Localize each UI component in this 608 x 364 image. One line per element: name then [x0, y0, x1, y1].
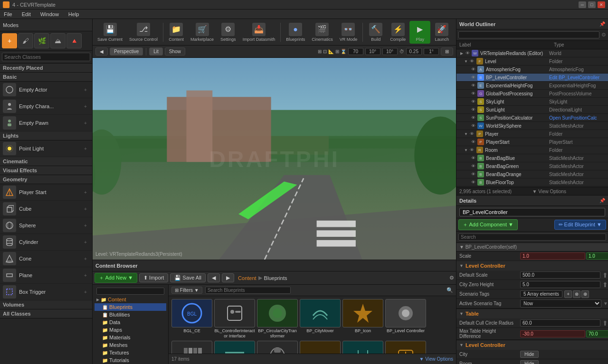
- prop-section-table-header[interactable]: ▼ Table: [456, 309, 608, 318]
- prop-array-add[interactable]: +: [564, 290, 572, 298]
- prop-table-height-x[interactable]: [520, 330, 585, 337]
- menu-edit[interactable]: Edit: [20, 10, 33, 18]
- save-current-button[interactable]: 💾 Save Current: [95, 21, 125, 44]
- outliner-search-input[interactable]: [458, 31, 599, 38]
- prop-array-dup[interactable]: ⊕: [581, 290, 589, 298]
- minimize-button[interactable]: ─: [579, 1, 586, 8]
- place-plane[interactable]: Plane +: [0, 267, 92, 284]
- vr-mode-button[interactable]: 👓 VR Mode: [337, 21, 361, 44]
- outliner-item-bluefloor[interactable]: 👁 B BlueFloorTop StaticMeshActor: [456, 178, 608, 187]
- source-control-button[interactable]: ⎇ Source Control: [126, 21, 161, 44]
- prop-table-height-y[interactable]: [586, 330, 608, 337]
- outliner-item-global-pp[interactable]: 👁 G GlobalPostProcessing PostProcessVolu…: [456, 90, 608, 98]
- place-empty-pawn[interactable]: Empty Pawn +: [0, 115, 92, 131]
- outliner-item-playerstart[interactable]: 👁 P PlayerStart PlayerStart: [456, 138, 608, 146]
- prop-cull-radius-input[interactable]: [520, 319, 600, 327]
- prop-array-clear[interactable]: ⊗: [573, 290, 580, 298]
- details-self-section[interactable]: ▼ BP_LevelController(self): [456, 243, 608, 252]
- place-box-trigger[interactable]: Box Trigger +: [0, 284, 92, 300]
- place-empty-char[interactable]: Empty Chara... +: [0, 98, 92, 115]
- foliage-mode-button[interactable]: 🌿: [34, 33, 49, 48]
- prop-scale-x[interactable]: [520, 252, 585, 260]
- tree-search-input[interactable]: [96, 288, 164, 295]
- breadcrumb-blueprints[interactable]: Blueprints: [264, 275, 287, 281]
- cb-nav-back[interactable]: ◀: [208, 273, 220, 282]
- tree-item-data[interactable]: 📁 Data: [95, 318, 166, 326]
- show-button[interactable]: Show: [165, 47, 185, 56]
- outliner-item-root[interactable]: ▶ 👁 W VRTemplateRedlands (Editor) World: [456, 49, 608, 57]
- asset-bp-motion-pawn[interactable]: BP_Motion ControllerPawn: [300, 341, 341, 354]
- category-all-classes[interactable]: All Classes: [0, 309, 92, 318]
- close-button[interactable]: ✕: [598, 1, 605, 8]
- content-button[interactable]: 📁 Content: [166, 21, 187, 44]
- paint-mode-button[interactable]: 🖌: [18, 33, 33, 48]
- place-cylinder[interactable]: Cylinder +: [0, 234, 92, 251]
- prop-cull-radius-spin[interactable]: ⬆: [602, 319, 608, 327]
- outliner-item-beanbag-blue[interactable]: 👁 B BeanBagBlue StaticMeshActor: [456, 154, 608, 162]
- landscape-mode-button[interactable]: ⛰: [50, 33, 66, 48]
- build-button[interactable]: 🔨 Build: [365, 21, 386, 44]
- prop-section-level-ctrl-header[interactable]: ▼ Level Controller: [456, 261, 608, 271]
- category-lights[interactable]: Lights: [0, 131, 92, 140]
- prop-scale-y[interactable]: [586, 252, 608, 260]
- place-mode-button[interactable]: +: [2, 33, 17, 48]
- tree-item-blutilities[interactable]: 📋 Blutilities: [95, 311, 166, 318]
- compile-button[interactable]: ⚡ Compile: [387, 21, 408, 44]
- tree-item-textures[interactable]: 📁 Textures: [95, 349, 166, 356]
- asset-bp-motion-ctrl[interactable]: BP_Motion Controller: [257, 341, 298, 354]
- menu-window[interactable]: Window: [38, 10, 61, 18]
- tree-item-tutorials[interactable]: 📁 Tutorials: [95, 356, 166, 364]
- perspective-button[interactable]: Perspective: [110, 47, 143, 56]
- outliner-item-worldsky[interactable]: 👁 W WorldSkySphere StaticMeshActor: [456, 122, 608, 130]
- category-cinematic[interactable]: Cinematic: [0, 157, 92, 166]
- asset-bgl-ce[interactable]: BGL BGL_CE: [171, 299, 212, 339]
- outliner-item-room-folder[interactable]: ▼ 👁 R Room Folder: [456, 146, 608, 154]
- cb-search-input[interactable]: [205, 287, 291, 294]
- prop-city-btn[interactable]: Hide: [520, 351, 539, 358]
- prop-room-btn[interactable]: Hide: [520, 360, 539, 364]
- prop-section-level-ctrl2-header[interactable]: ▼ Level Controller: [456, 340, 608, 350]
- edit-blueprint-button[interactable]: ✏ Edit Blueprint ▼: [554, 220, 606, 230]
- add-new-button[interactable]: ＋ Add New ▼: [95, 273, 137, 283]
- outliner-item-beanbag-green[interactable]: 👁 B BeanBagGreen StaticMeshActor: [456, 162, 608, 170]
- save-all-button[interactable]: 💾 Save All: [170, 273, 206, 282]
- tree-item-content[interactable]: ▶ 📁 Content: [95, 296, 166, 303]
- tree-item-meshes[interactable]: 📁 Meshes: [95, 341, 166, 349]
- outliner-item-bp-level[interactable]: 👁 B BP_LevelController Edit BP_LevelCont…: [456, 74, 608, 82]
- category-recently-placed[interactable]: Recently Placed: [0, 64, 92, 73]
- lit-button[interactable]: Lit: [149, 47, 163, 56]
- outliner-item-beanbag-orange[interactable]: 👁 B BeanBagOrange StaticMeshActor: [456, 170, 608, 178]
- asset-bp-icon[interactable]: BP_Icon: [342, 299, 383, 339]
- outliner-item-sun-calc[interactable]: 👁 S SunPositionCalculator Open SunPositi…: [456, 114, 608, 122]
- category-visual-effects[interactable]: Visual Effects: [0, 166, 92, 175]
- breadcrumb-content[interactable]: Content: [238, 275, 256, 281]
- viewport-nav-button[interactable]: ◀: [95, 47, 108, 56]
- outliner-item-atm-fog[interactable]: 👁 A AtmosphericFog AtmosphericFog: [456, 65, 608, 74]
- place-cube[interactable]: Cube +: [0, 201, 92, 217]
- prop-default-scale-input[interactable]: [520, 271, 600, 279]
- viewport-scene[interactable]: DRAFTPHI Level: VRTemplateRedlands3(Pers…: [93, 58, 456, 260]
- settings-button[interactable]: ⚙ Settings: [218, 21, 239, 44]
- filters-button[interactable]: ⊞ Filters ▼: [171, 287, 202, 294]
- prop-active-scenario-select[interactable]: Now Morning Evening: [520, 299, 601, 308]
- asset-bp-scaleline[interactable]: BP_ScaleLine: [342, 341, 383, 354]
- search-classes-input[interactable]: [2, 53, 90, 61]
- prop-city-zero-input[interactable]: [520, 281, 600, 288]
- asset-bp-citymover[interactable]: BP_CityMover: [300, 299, 341, 339]
- details-name-input[interactable]: [459, 208, 605, 216]
- asset-bp-library[interactable]: BP_Library: [171, 341, 212, 354]
- place-sphere[interactable]: Sphere +: [0, 217, 92, 234]
- outliner-settings-icon[interactable]: ⚙: [601, 32, 606, 38]
- tree-item-materials[interactable]: 📁 Materials: [95, 334, 166, 341]
- tree-item-maps[interactable]: 📁 Maps: [95, 326, 166, 334]
- import-button[interactable]: ⬆ Import: [139, 273, 168, 282]
- vp-expand-button[interactable]: ⊞: [441, 47, 453, 56]
- asset-bp-scenario[interactable]: BP_Scenario Switcher: [385, 341, 426, 354]
- category-volumes[interactable]: Volumes: [0, 300, 92, 309]
- prop-default-scale-spin[interactable]: ⬆: [602, 271, 608, 279]
- maximize-button[interactable]: □: [588, 1, 596, 8]
- outliner-item-exp-fog[interactable]: 👁 E ExponentialHeightFog ExponentialHeig…: [456, 82, 608, 90]
- import-datasmith-button[interactable]: 📥 Import Datasmith: [240, 21, 278, 44]
- details-search-input[interactable]: [458, 233, 606, 241]
- mesh-paint-button[interactable]: 🔺: [66, 33, 82, 48]
